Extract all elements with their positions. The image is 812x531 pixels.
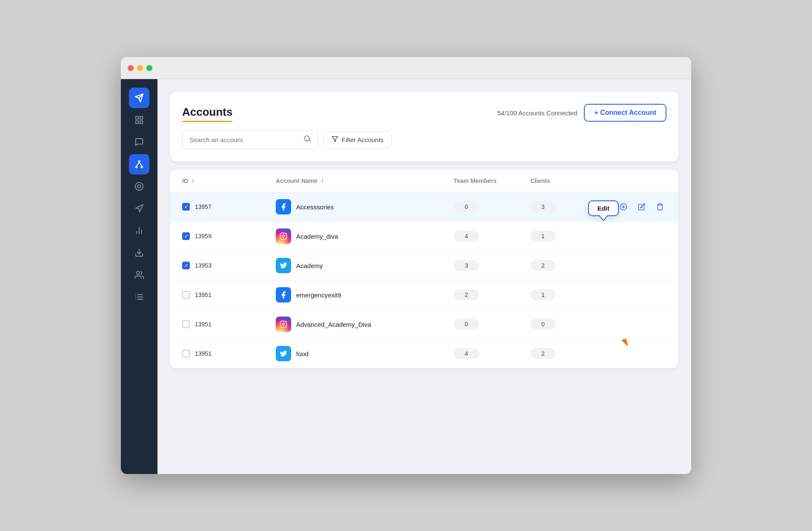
accounts-connected-label: 54/100 Accounts Connected (497, 109, 578, 117)
team-members-cell-0: 0 (454, 201, 530, 212)
team-members-badge-4: 0 (454, 319, 479, 330)
connect-account-button[interactable]: + Connect Account (584, 104, 666, 122)
sidebar-item-download[interactable] (129, 243, 149, 263)
column-header-id: ID ↑ (182, 177, 276, 184)
sidebar-item-send[interactable] (129, 88, 149, 108)
sidebar-item-team[interactable] (129, 265, 149, 285)
edit-tooltip: Edit (588, 200, 619, 216)
platform-icon-facebook-3 (276, 287, 291, 303)
maximize-button[interactable] (146, 65, 152, 71)
team-members-cell-3: 2 (454, 289, 530, 300)
svg-line-25 (309, 140, 310, 141)
titlebar (121, 57, 691, 79)
account-name-0: Accesssories (296, 203, 334, 211)
clients-cell-1: 1 (530, 231, 598, 242)
sidebar-item-dashboard[interactable] (129, 110, 149, 130)
clients-badge-2: 2 (530, 260, 556, 271)
row-id-4: 13951 (195, 321, 212, 328)
account-name-2: Academy (296, 262, 323, 269)
row-id-cell: 13953 (182, 262, 276, 269)
column-header-actions (598, 177, 666, 184)
clients-cell-5: 2 (530, 348, 598, 359)
team-members-badge-1: 4 (454, 231, 479, 242)
account-name-cell-5: food (276, 346, 454, 361)
filter-icon (332, 136, 338, 144)
svg-line-10 (139, 162, 142, 166)
filter-accounts-button[interactable]: Filter Accounts (323, 131, 392, 148)
account-name-cell-0: Accesssories (276, 199, 454, 214)
search-box[interactable] (182, 130, 318, 149)
platform-icon-instagram-4 (276, 317, 291, 332)
account-name-3: emergencyexit9 (296, 291, 341, 299)
svg-rect-32 (280, 233, 287, 240)
clients-badge-3: 1 (530, 289, 556, 300)
team-members-badge-2: 3 (454, 260, 479, 271)
filter-label: Filter Accounts (342, 136, 383, 143)
team-members-badge-3: 2 (454, 289, 479, 300)
row-id-cell: 13951 (182, 320, 276, 328)
app-layout: Accounts 54/100 Accounts Connected + Con… (121, 79, 691, 474)
platform-icon-facebook-0 (276, 199, 291, 214)
sidebar-item-megaphone[interactable] (129, 198, 149, 219)
traffic-lights (128, 65, 152, 71)
team-members-cell-4: 0 (454, 319, 530, 330)
sidebar-item-network[interactable] (129, 154, 149, 174)
account-name-cell-4: Advanced_Academy_Diva (276, 317, 454, 332)
row-id-2: 13953 (195, 262, 212, 269)
row-checkbox-4[interactable] (182, 320, 190, 328)
row-id-cell: 13959 (182, 232, 276, 240)
account-name-4: Advanced_Academy_Diva (296, 321, 371, 328)
delete-button-0[interactable] (653, 199, 666, 214)
edit-button-0[interactable] (635, 199, 648, 214)
column-header-name: Account Name ↑ (276, 177, 454, 184)
clients-badge-0: 3 (530, 201, 556, 212)
row-checkbox-2[interactable] (182, 262, 190, 269)
sidebar (121, 79, 157, 474)
sidebar-item-list[interactable] (129, 287, 149, 307)
main-content: Accounts 54/100 Accounts Connected + Con… (157, 79, 691, 474)
row-id-0: 13957 (195, 203, 212, 210)
row-checkbox-3[interactable] (182, 291, 190, 299)
row-id-1: 13959 (195, 233, 212, 240)
svg-line-9 (137, 162, 139, 166)
account-name-5: food (296, 350, 309, 357)
team-members-badge-5: 4 (454, 348, 479, 359)
team-members-cell-5: 4 (454, 348, 530, 359)
svg-point-11 (135, 183, 143, 190)
row-id-cell: 13957 (182, 203, 276, 211)
row-id-5: 13951 (195, 350, 212, 357)
sort-arrow-id: ↑ (192, 177, 194, 184)
page-title-wrap: Accounts (182, 106, 232, 120)
account-name-cell-1: Academy_diva (276, 228, 454, 244)
account-name-cell-2: Academy (276, 258, 454, 273)
svg-rect-5 (136, 121, 138, 123)
search-input[interactable] (189, 136, 299, 143)
search-icon (303, 135, 311, 145)
svg-rect-4 (140, 121, 143, 123)
team-members-cell-1: 4 (454, 231, 530, 242)
sidebar-item-analytics[interactable] (129, 220, 149, 241)
row-checkbox-5[interactable] (182, 350, 190, 357)
app-window: Accounts 54/100 Accounts Connected + Con… (121, 57, 691, 474)
row-checkbox-0[interactable] (182, 203, 190, 211)
column-header-team: Team Members (454, 177, 530, 184)
clients-cell-4: 0 (530, 319, 598, 330)
row-id-3: 13951 (195, 291, 212, 298)
close-button[interactable] (128, 65, 134, 71)
clients-cell-2: 2 (530, 260, 598, 271)
row-checkbox-1[interactable] (182, 232, 190, 240)
column-header-clients: Clients (530, 177, 598, 184)
minimize-button[interactable] (137, 65, 143, 71)
accounts-table-card: ID ↑ Account Name ↑ Team Members Clients (170, 170, 678, 368)
sidebar-item-support[interactable] (129, 176, 149, 197)
sidebar-item-messages[interactable] (129, 132, 149, 152)
team-members-cell-2: 3 (454, 260, 530, 271)
svg-marker-26 (332, 137, 337, 142)
svg-point-30 (620, 204, 626, 210)
svg-point-17 (137, 271, 140, 274)
platform-icon-twitter-5 (276, 346, 291, 361)
row-id-cell: 13951 (182, 291, 276, 299)
svg-rect-3 (140, 117, 143, 119)
platform-icon-instagram-1 (276, 228, 291, 244)
svg-point-12 (137, 185, 140, 188)
